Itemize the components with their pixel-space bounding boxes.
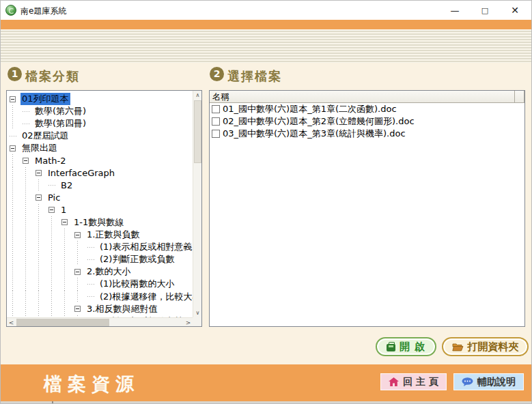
file-checkbox[interactable] bbox=[212, 117, 220, 126]
tree-node-label[interactable]: Pic bbox=[46, 192, 61, 203]
scroll-left-icon[interactable]: < bbox=[7, 318, 16, 327]
collapse-minus-icon[interactable] bbox=[23, 158, 29, 164]
tree-indent-line bbox=[74, 241, 87, 253]
tree-indent-line bbox=[74, 291, 87, 303]
help-button[interactable]: 輔助說明 bbox=[453, 373, 524, 390]
tree-node[interactable]: 02歷屆試題 bbox=[10, 130, 193, 142]
open-folder-button[interactable]: 打開資料夾 bbox=[442, 337, 529, 356]
minimize-button[interactable]: — bbox=[443, 1, 466, 20]
tree-node-label[interactable]: (2)判斷正數或負數 bbox=[98, 253, 176, 265]
scroll-down-icon[interactable]: ∨ bbox=[193, 308, 202, 317]
vertical-scroll-thumb[interactable] bbox=[194, 100, 201, 163]
tree-indent-line bbox=[23, 291, 36, 303]
tree-node-label[interactable]: Math-2 bbox=[33, 156, 67, 166]
tree-node-label[interactable]: 3.相反數與絕對值 bbox=[85, 303, 158, 315]
tree-indent-line bbox=[10, 117, 23, 130]
tree-node-label[interactable]: 2.數的大小 bbox=[85, 265, 132, 278]
tree-node-label[interactable]: 02歷屆試題 bbox=[20, 130, 70, 142]
tree-connector-line bbox=[10, 136, 16, 136]
collapse-minus-icon[interactable] bbox=[10, 145, 16, 152]
tree-indent-line bbox=[48, 265, 61, 278]
tree-node[interactable]: 1-1數與數線 bbox=[10, 216, 193, 229]
tree-node[interactable]: 數學(第四冊) bbox=[10, 117, 193, 130]
tree-node[interactable]: 3.相反數與絕對值 bbox=[10, 303, 193, 315]
collapse-minus-icon[interactable] bbox=[10, 96, 16, 102]
tree-indent-line bbox=[48, 278, 61, 290]
tree-connector-slot bbox=[87, 296, 96, 297]
grip-line bbox=[52, 401, 53, 404]
home-button[interactable]: 回 主 頁 bbox=[380, 373, 447, 390]
tree-node-label[interactable]: 1-1數與數線 bbox=[72, 216, 125, 229]
maximize-button[interactable]: □ bbox=[473, 1, 496, 20]
tree-expander-slot bbox=[36, 170, 44, 176]
file-row[interactable]: 01_國中數學(六)題本_第1章(二次函數).doc bbox=[210, 103, 524, 115]
tree-indent-line bbox=[10, 167, 23, 179]
tree-connector-slot bbox=[23, 124, 31, 124]
tree-node-label[interactable]: (2)根據遞移律，比較大小 bbox=[98, 291, 193, 303]
file-checkbox[interactable] bbox=[212, 130, 220, 138]
tree-node[interactable]: (1)表示相反或相對意義 bbox=[10, 241, 193, 253]
tree-indent-line bbox=[10, 265, 23, 278]
tree-indent-line bbox=[36, 303, 48, 315]
tree-node-label[interactable]: 無限出題 bbox=[20, 142, 59, 154]
tree-connector-slot bbox=[87, 259, 96, 260]
file-row[interactable]: 03_國中數學(六)題本_第3章(統計與機率).doc bbox=[210, 128, 524, 140]
file-row[interactable]: 02_國中數學(六)題本_第2章(立體幾何圖形).doc bbox=[210, 115, 524, 128]
tree-node-label[interactable]: 01列印題本 bbox=[20, 93, 70, 105]
tree-node[interactable]: 1 bbox=[10, 204, 193, 216]
collapse-minus-icon[interactable] bbox=[74, 269, 81, 275]
tree-node-label[interactable]: 1.正數與負數 bbox=[85, 229, 141, 241]
tree-indent-line bbox=[61, 265, 74, 278]
tree-indent-line bbox=[10, 204, 23, 216]
tree-node[interactable]: 無限出題 bbox=[10, 142, 193, 154]
tree-node-label[interactable]: InterfaceGraph bbox=[46, 168, 116, 178]
section-title-classify: 檔案分類 bbox=[25, 68, 80, 85]
tree-expander-slot bbox=[23, 158, 31, 164]
footer-bar: 檔案資源 回 主 頁 輔助說明 bbox=[1, 364, 531, 401]
tree-indent-line bbox=[36, 291, 48, 303]
tree-indent-line bbox=[23, 216, 36, 229]
tree-node[interactable]: B2 bbox=[10, 179, 193, 192]
collapse-minus-icon[interactable] bbox=[74, 232, 81, 238]
tree-node[interactable]: (1)比較兩數的大小 bbox=[10, 278, 193, 290]
tree-horizontal-scrollbar[interactable]: < > bbox=[7, 317, 193, 326]
collapse-minus-icon[interactable] bbox=[74, 306, 81, 312]
tree-connector-line bbox=[87, 284, 94, 285]
tree-node[interactable]: Pic bbox=[10, 192, 193, 204]
tree-node[interactable]: (2)判斷正數或負數 bbox=[10, 253, 193, 265]
tree-indent-line bbox=[10, 105, 23, 117]
tree-node-label[interactable]: (1)比較兩數的大小 bbox=[98, 278, 176, 290]
app-icon bbox=[5, 5, 16, 16]
tree-node[interactable]: 01列印題本 bbox=[10, 93, 193, 105]
collapse-minus-icon[interactable] bbox=[48, 207, 55, 213]
tree-node[interactable]: InterfaceGraph bbox=[10, 167, 193, 179]
scroll-right-icon[interactable]: > bbox=[184, 318, 193, 327]
tree-node[interactable]: 1.正數與負數 bbox=[10, 229, 193, 241]
scroll-up-icon[interactable]: ∧ bbox=[193, 91, 202, 100]
close-button[interactable]: ✕ bbox=[503, 1, 527, 20]
collapse-minus-icon[interactable] bbox=[61, 219, 68, 225]
tree-node[interactable]: Math-2 bbox=[10, 154, 193, 167]
column-header-extra bbox=[515, 91, 524, 103]
horizontal-scroll-thumb[interactable] bbox=[16, 319, 109, 326]
tree-vertical-scrollbar[interactable]: ∧ ∨ bbox=[193, 91, 201, 317]
collapse-minus-icon[interactable] bbox=[36, 170, 42, 176]
tree-node-label[interactable]: 數學(第六冊) bbox=[33, 105, 87, 117]
open-button[interactable]: 開 啟 bbox=[376, 337, 436, 356]
tree-indent-line bbox=[10, 154, 23, 167]
tree-node[interactable]: (2)根據遞移律，比較大小 bbox=[10, 291, 193, 303]
tree-node-label[interactable]: 1 bbox=[59, 205, 68, 215]
column-header-name[interactable]: 名稱 bbox=[210, 91, 515, 103]
tree-indent-line bbox=[23, 241, 36, 253]
tree-node[interactable]: 2.數的大小 bbox=[10, 265, 193, 278]
tree-connector-slot bbox=[48, 185, 57, 186]
tree-connector-line bbox=[87, 247, 94, 248]
tree-node-label[interactable]: B2 bbox=[59, 180, 74, 190]
tree-node-label[interactable]: (1)表示相反或相對意義 bbox=[98, 241, 193, 253]
collapse-minus-icon[interactable] bbox=[36, 194, 42, 201]
file-checkbox[interactable] bbox=[212, 105, 220, 113]
tree-expander-slot bbox=[74, 306, 83, 312]
tree-node-label[interactable]: 數學(第四冊) bbox=[33, 117, 87, 130]
tree-node[interactable]: 數學(第六冊) bbox=[10, 105, 193, 117]
tree-indent-line bbox=[10, 303, 23, 315]
